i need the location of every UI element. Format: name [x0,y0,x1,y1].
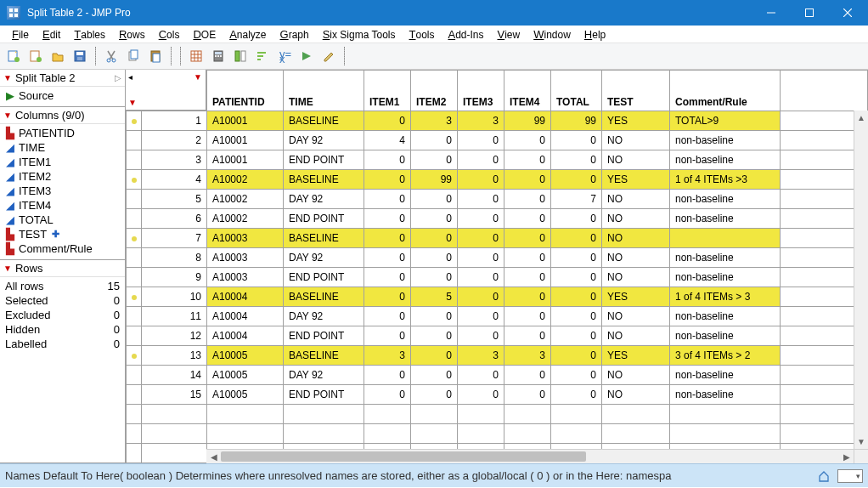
cell[interactable]: 99 [411,170,458,190]
rowstat-item[interactable]: Excluded0 [3,308,121,322]
cell[interactable]: A10002 [207,170,284,190]
cell[interactable]: 0 [411,268,458,287]
menu-graph[interactable]: Graph [273,27,316,42]
cell[interactable]: 3 of 4 ITEMs > 2 [670,346,781,366]
new-table-icon[interactable] [3,46,24,66]
menu-six-sigma-tools[interactable]: Six Sigma Tools [316,27,403,42]
column-item[interactable]: ◢ITEM1 [3,155,121,169]
cell[interactable]: 3 [504,346,551,366]
table-row[interactable]: 8A10003DAY 9200000NOnon-baseline [127,248,868,268]
row-state[interactable] [127,170,142,190]
cell[interactable]: NO [602,209,670,229]
cell[interactable]: A10004 [207,287,284,307]
cell[interactable]: 0 [551,287,602,307]
col-header[interactable]: ITEM2 [411,71,458,111]
cell[interactable]: 0 [458,229,504,248]
table-row[interactable]: 4A10002BASELINE099000YES1 of 4 ITEMs >3 [127,170,868,190]
cell[interactable]: END POINT [284,385,364,405]
rowstat-item[interactable]: Labelled0 [3,337,121,351]
cell[interactable]: BASELINE [284,287,364,307]
col-header[interactable]: Comment/Rule [670,71,781,111]
cell[interactable]: NO [602,366,670,385]
cell[interactable]: END POINT [284,326,364,346]
cell[interactable]: 0 [551,366,602,385]
cell[interactable]: non-baseline [670,131,781,150]
cell[interactable]: NO [602,307,670,326]
row-state[interactable] [127,366,142,385]
cell[interactable]: 0 [364,209,411,229]
row-state[interactable] [127,326,142,346]
cell[interactable]: 0 [458,385,504,405]
menu-window[interactable]: Window [527,27,578,42]
col-header[interactable]: TOTAL [551,71,602,111]
cell[interactable]: END POINT [284,209,364,229]
cell[interactable]: 0 [551,307,602,326]
cell[interactable]: 3 [458,346,504,366]
cell[interactable]: YES [602,287,670,307]
cell[interactable]: 0 [504,170,551,190]
cell[interactable]: A10002 [207,190,284,209]
cell[interactable]: 0 [364,366,411,385]
cell[interactable]: 0 [364,326,411,346]
cell[interactable]: 0 [504,248,551,268]
cell[interactable]: 0 [411,326,458,346]
row-state[interactable] [127,111,142,131]
disclosure-icon[interactable]: ▼ [3,73,12,82]
cell[interactable]: 0 [504,287,551,307]
horizontal-scrollbar[interactable]: ◀ ▶ [206,449,854,463]
formula-icon[interactable]: y=x [274,46,295,66]
table-row[interactable]: 6A10002END POINT00000NOnon-baseline [127,209,868,229]
col-header[interactable]: TIME [284,71,364,111]
run-icon[interactable] [296,46,317,66]
menu-view[interactable]: View [491,27,527,42]
rowstat-item[interactable]: All rows15 [3,279,121,293]
row-state[interactable] [127,209,142,229]
cell[interactable]: 0 [504,229,551,248]
scroll-up-icon[interactable]: ▲ [854,111,868,125]
cell[interactable]: 0 [504,307,551,326]
cell[interactable]: 0 [411,385,458,405]
table-row[interactable]: 2A10001DAY 9240000NOnon-baseline [127,131,868,150]
cell[interactable]: 0 [411,209,458,229]
column-item[interactable]: ◢ITEM4 [3,198,121,213]
paste-icon[interactable] [145,46,166,66]
cell[interactable]: BASELINE [284,170,364,190]
row-number[interactable]: 13 [142,346,207,366]
sort-icon[interactable] [252,46,273,66]
cell[interactable]: BASELINE [284,229,364,248]
cell[interactable]: 1 of 4 ITEMs > 3 [670,287,781,307]
cell[interactable]: 0 [551,385,602,405]
row-state[interactable] [127,287,142,307]
cell[interactable]: 0 [458,366,504,385]
col-header[interactable]: PATIENTID [207,71,284,111]
cell[interactable]: 7 [551,190,602,209]
table-row[interactable]: 5A10002DAY 9200007NOnon-baseline [127,190,868,209]
cell[interactable]: A10004 [207,326,284,346]
row-number[interactable]: 7 [142,229,207,248]
minimize-button[interactable] [752,0,790,26]
cell[interactable]: 0 [458,190,504,209]
new-script-icon[interactable] [25,46,46,66]
table-row[interactable]: 11A10004DAY 9200000NOnon-baseline [127,307,868,326]
cell[interactable]: NO [602,385,670,405]
columns-menu-icon[interactable]: ▼ [194,72,202,82]
table-row[interactable]: 14A10005DAY 9200000NOnon-baseline [127,366,868,385]
cell[interactable]: DAY 92 [284,248,364,268]
cell[interactable]: non-baseline [670,268,781,287]
row-number[interactable]: 12 [142,326,207,346]
cell[interactable]: A10004 [207,307,284,326]
scroll-thumb[interactable] [221,451,586,462]
cell[interactable]: 0 [458,209,504,229]
cell[interactable]: 0 [504,366,551,385]
cell[interactable]: 0 [458,150,504,170]
cell[interactable]: 0 [364,150,411,170]
cell[interactable]: 0 [458,170,504,190]
cell[interactable]: 0 [364,170,411,190]
cell[interactable]: NO [602,229,670,248]
cell[interactable]: YES [602,170,670,190]
maximize-button[interactable] [790,0,828,26]
cell[interactable]: NO [602,268,670,287]
cell[interactable]: 5 [411,287,458,307]
cell[interactable]: DAY 92 [284,366,364,385]
cell[interactable]: 0 [504,190,551,209]
